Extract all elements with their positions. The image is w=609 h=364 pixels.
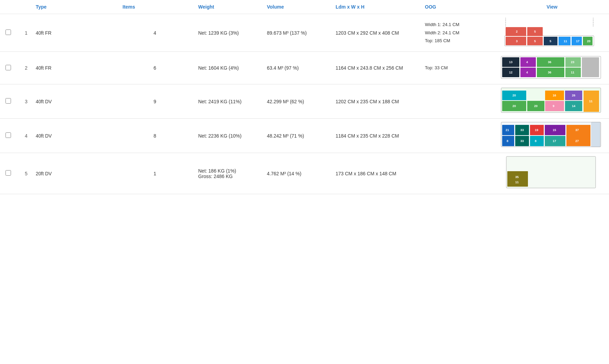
row-volume: 42.299 M³ (62 %) — [261, 84, 330, 119]
row-type: 40ft DV — [30, 84, 117, 119]
row-items: 1 — [117, 153, 193, 194]
svg-text:20: 20 — [512, 94, 516, 97]
row-items: 4 — [117, 14, 193, 52]
svg-text:14: 14 — [572, 104, 575, 108]
row-volume: 48.242 M³ (71 %) — [261, 119, 330, 153]
svg-rect-76 — [507, 171, 528, 187]
svg-text:17: 17 — [553, 139, 556, 143]
col-header-view: View — [495, 0, 609, 14]
row-ldm: 173 CM x 186 CM x 148 CM — [330, 153, 419, 194]
svg-rect-74 — [591, 122, 600, 147]
row-ldm: 1184 CM x 235 CM x 228 CM — [330, 119, 419, 153]
svg-text:16: 16 — [553, 94, 556, 97]
svg-text:5: 5 — [534, 39, 536, 43]
row-checkbox-cell[interactable] — [0, 84, 16, 119]
svg-text:15: 15 — [553, 128, 556, 132]
svg-text:27: 27 — [575, 139, 579, 143]
row-weight: Net: 1239 KG (3%) — [193, 14, 261, 52]
row-number: 3 — [16, 84, 30, 119]
row-checkbox-5[interactable] — [5, 170, 11, 176]
svg-rect-24 — [520, 57, 536, 67]
container-visualization: 8 21 33 33 19 8 15 17 37 27 — [500, 121, 604, 150]
table-row: 2 40ft FR 6 Net: 1604 KG (4%) 63.4 M³ (9… — [0, 52, 609, 84]
row-type: 40ft FR — [30, 14, 117, 52]
svg-text:11: 11 — [571, 71, 574, 74]
col-header-type: Type — [30, 0, 117, 14]
row-volume: 89.673 M³ (137 %) — [261, 14, 330, 52]
row-number: 2 — [16, 52, 30, 84]
row-items: 8 — [117, 119, 193, 153]
row-view: 35 11 — [495, 153, 609, 194]
container-visualization: 35 11 — [506, 156, 598, 191]
svg-text:5: 5 — [550, 39, 551, 43]
svg-text:23: 23 — [571, 60, 574, 64]
col-header-ldm: Ldm x W x H — [330, 0, 419, 14]
col-header-volume: Volume — [261, 0, 330, 14]
svg-text:19: 19 — [535, 128, 538, 132]
svg-rect-26 — [520, 68, 536, 77]
container-visualization: 3 5 5 11 17 20 2 5 — [504, 17, 600, 49]
row-oog — [419, 84, 495, 119]
svg-text:5: 5 — [534, 30, 536, 33]
svg-text:3: 3 — [516, 39, 518, 43]
row-ldm: 1202 CM x 235 CM x 188 CM — [330, 84, 419, 119]
svg-text:8: 8 — [535, 139, 537, 143]
svg-text:13: 13 — [509, 60, 512, 64]
row-checkbox-1[interactable] — [5, 30, 11, 35]
svg-text:21: 21 — [506, 128, 509, 132]
row-checkbox-2[interactable] — [5, 65, 11, 70]
row-number: 4 — [16, 119, 30, 153]
svg-text:4: 4 — [526, 71, 528, 74]
svg-text:4: 4 — [526, 60, 528, 64]
col-header-num — [16, 0, 30, 14]
row-checkbox-cell[interactable] — [0, 14, 16, 52]
row-type: 40ft DV — [30, 119, 117, 153]
svg-text:17: 17 — [576, 39, 579, 43]
table-row: 3 40ft DV 9 Net: 2419 KG (11%) 42.299 M³… — [0, 84, 609, 119]
table-row: 4 40ft DV 8 Net: 2236 KG (10%) 48.242 M³… — [0, 119, 609, 153]
col-header-weight: Weight — [193, 0, 261, 14]
svg-text:33: 33 — [520, 128, 524, 132]
row-items: 9 — [117, 84, 193, 119]
svg-rect-36 — [582, 57, 599, 77]
table-row: 1 40ft FR 4 Net: 1239 KG (3%) 89.673 M³ … — [0, 14, 609, 52]
row-view: 13 12 4 4 36 36 23 11 — [495, 52, 609, 84]
svg-text:20: 20 — [512, 104, 516, 108]
container-visualization: 20 20 16 9 20 26 14 11 — [500, 87, 604, 116]
row-items: 6 — [117, 52, 193, 84]
row-oog — [419, 119, 495, 153]
svg-text:26: 26 — [572, 94, 575, 97]
row-checkbox-cell[interactable] — [0, 119, 16, 153]
svg-text:20: 20 — [587, 39, 590, 43]
row-view: 3 5 5 11 17 20 2 5 — [495, 14, 609, 52]
cargo-table: Type Items Weight Volume Ldm x W x H OOG… — [0, 0, 609, 194]
row-oog — [419, 153, 495, 194]
row-oog: Top: 33 CM — [419, 52, 495, 84]
row-view: 20 20 16 9 20 26 14 11 — [495, 84, 609, 119]
svg-text:9: 9 — [553, 104, 554, 108]
col-header-items: Items — [117, 0, 193, 14]
row-view: 8 21 33 33 19 8 15 17 37 27 — [495, 119, 609, 153]
row-weight: Net: 2236 KG (10%) — [193, 119, 261, 153]
row-type: 20ft DV — [30, 153, 117, 194]
row-weight: Net: 186 KG (1%) Gross: 2486 KG — [193, 153, 261, 194]
row-number: 5 — [16, 153, 30, 194]
row-volume: 4.762 M³ (14 %) — [261, 153, 330, 194]
svg-text:20: 20 — [534, 104, 538, 108]
table-row: 5 20ft DV 1 Net: 186 KG (1%) Gross: 2486… — [0, 153, 609, 194]
svg-text:11: 11 — [515, 180, 519, 184]
row-checkbox-cell[interactable] — [0, 52, 16, 84]
svg-text:35: 35 — [515, 175, 519, 179]
row-checkbox-cell[interactable] — [0, 153, 16, 194]
svg-rect-44 — [545, 101, 564, 111]
col-header-checkbox — [0, 0, 16, 14]
row-type: 40ft FR — [30, 52, 117, 84]
row-checkbox-4[interactable] — [5, 132, 11, 138]
row-number: 1 — [16, 14, 30, 52]
row-weight: Net: 2419 KG (11%) — [193, 84, 261, 119]
svg-text:36: 36 — [548, 60, 551, 64]
row-volume: 63.4 M³ (97 %) — [261, 52, 330, 84]
row-weight: Net: 1604 KG (4%) — [193, 52, 261, 84]
row-checkbox-3[interactable] — [5, 98, 11, 104]
row-ldm: 1203 CM x 292 CM x 408 CM — [330, 14, 419, 52]
